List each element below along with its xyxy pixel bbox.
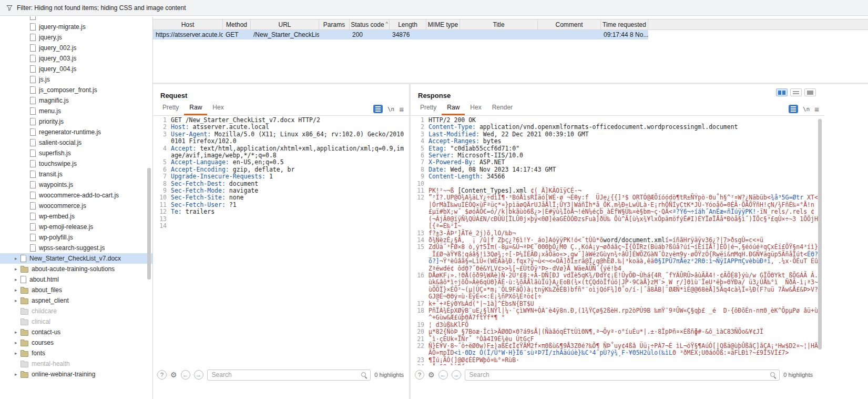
chevron-right-icon[interactable]: ▸	[15, 298, 21, 303]
column-header[interactable]: Method	[223, 19, 251, 29]
tree-item[interactable]: ▸online-webinar-training	[0, 369, 152, 380]
tree-item[interactable]: childcare	[0, 306, 152, 316]
search-field-wrap	[207, 370, 371, 381]
tree-item[interactable]: jquery_004.js	[0, 64, 152, 74]
line-number: 6	[156, 166, 171, 173]
tab-render[interactable]: Render	[487, 102, 518, 115]
next-match-button[interactable]: →	[194, 370, 203, 380]
tree-item[interactable]: waypoints.js	[0, 179, 152, 190]
search-icon	[770, 372, 775, 377]
tree-item[interactable]: wp-embed.js	[0, 211, 152, 222]
tree-item[interactable]: clinical	[0, 316, 152, 327]
code-line: 22Ñ}É¥V·8~˝ö÷ëØΘw)F±)aßÉ¢Ï¢ŸÄM2f×πΘßù&¶9…	[414, 343, 820, 357]
chevron-right-icon[interactable]: ▸	[15, 267, 21, 272]
tree-item[interactable]: jquery.js	[0, 32, 152, 43]
filter-bar[interactable]: Filter: Hiding not found items; hiding C…	[0, 0, 868, 16]
prev-match-button[interactable]: ←	[438, 370, 448, 380]
code-line: 4Accept-Ranges: bytes	[414, 138, 820, 145]
column-header[interactable]: MIME type	[426, 19, 460, 29]
chevron-right-icon[interactable]: ▸	[15, 277, 21, 282]
tree-item[interactable]: ▸about-acute-training-solutions	[0, 264, 152, 274]
tree-item[interactable]: jquery-migrate.js	[0, 22, 152, 32]
tree-item[interactable]: mental-health	[0, 358, 152, 369]
tab-hex[interactable]: Hex	[207, 102, 229, 115]
column-header[interactable]: Length	[390, 19, 426, 29]
file-icon	[30, 213, 36, 220]
editor-menu-icon[interactable]: ≡	[814, 105, 819, 113]
help-icon[interactable]: ?	[157, 370, 167, 380]
editor-menu-icon[interactable]: ≡	[399, 105, 404, 113]
chevron-right-icon[interactable]: ▸	[15, 256, 21, 261]
chevron-right-icon[interactable]: ▸	[15, 288, 21, 293]
gear-icon[interactable]: ⚙	[428, 371, 435, 378]
chevron-right-icon[interactable]: ▸	[15, 351, 21, 356]
tree-item[interactable]: priority.js	[0, 116, 152, 127]
column-header[interactable]: Host	[153, 19, 223, 29]
next-match-button[interactable]: →	[452, 370, 461, 380]
tree-scrollbar[interactable]	[147, 168, 151, 280]
gear-icon[interactable]: ⚙	[170, 371, 177, 378]
site-map-tree[interactable]: jquery-migrate.jsjquery.jsjquery_002.jsj…	[0, 16, 153, 399]
tab-hex[interactable]: Hex	[465, 102, 486, 115]
chevron-right-icon[interactable]: ▸	[15, 330, 21, 335]
chevron-right-icon[interactable]: ▸	[15, 372, 21, 377]
wrap-lines-icon[interactable]	[373, 105, 383, 113]
layout-columns-button[interactable]	[776, 88, 788, 96]
tree-item[interactable]: ▸fonts	[0, 348, 152, 358]
column-header[interactable]: Comment	[538, 19, 601, 29]
column-header[interactable]: Title	[460, 19, 538, 29]
nonprintable-toggle-icon[interactable]: \n	[803, 106, 810, 113]
request-panel: Request PrettyRawHex \n ≡ 1GET /New_Star…	[153, 84, 409, 399]
column-header[interactable]: URL	[251, 19, 319, 29]
nonprintable-toggle-icon[interactable]: \n	[387, 106, 394, 113]
tree-item[interactable]: menu.js	[0, 106, 152, 116]
chevron-right-icon[interactable]: ▸	[15, 341, 21, 345]
tab-raw[interactable]: Raw	[442, 102, 465, 115]
tab-raw[interactable]: Raw	[184, 102, 207, 115]
tree-item[interactable]: ▸contact-us	[0, 327, 152, 337]
tree-item[interactable]: ▸about.html	[0, 274, 152, 285]
tree-item[interactable]: ▸about_files	[0, 285, 152, 295]
response-scrollbar[interactable]	[818, 119, 822, 350]
tree-item[interactable]: wp-polyfill.js	[0, 232, 152, 243]
layout-single-button[interactable]	[804, 88, 816, 96]
tab-pretty[interactable]: Pretty	[157, 102, 184, 115]
tree-item[interactable]: ▸aspnet_client	[0, 295, 152, 306]
tree-item[interactable]: woocommerce.js	[0, 201, 152, 211]
tree-item[interactable]: salient-social.js	[0, 137, 152, 148]
response-search-input[interactable]	[465, 370, 780, 381]
tree-item[interactable]: jquery_003.js	[0, 53, 152, 64]
file-icon	[21, 255, 26, 262]
help-icon[interactable]: ?	[415, 370, 424, 380]
tree-item[interactable]: regenerator-runtime.js	[0, 127, 152, 137]
tree-item[interactable]: wpss-search-suggest.js	[0, 243, 152, 253]
column-header[interactable]: Params	[319, 19, 350, 29]
tree-list: jquery-migrate.jsjquery.jsjquery_002.jsj…	[0, 16, 152, 380]
column-header[interactable]: Status code^	[350, 19, 390, 29]
tree-item[interactable]: touchswipe.js	[0, 158, 152, 169]
tree-item[interactable]: transit.js	[0, 169, 152, 179]
request-editor[interactable]: 1GET /New_Starter_CheckList_v7.docx HTTP…	[156, 117, 405, 365]
tab-pretty[interactable]: Pretty	[415, 102, 442, 115]
wrap-lines-icon[interactable]	[789, 105, 798, 113]
tree-item[interactable]: ▸courses	[0, 337, 152, 348]
tree-item[interactable]: js.js	[0, 74, 152, 85]
response-editor[interactable]: 1HTTP/2 200 OK2Content-Type: application…	[414, 117, 820, 365]
request-search-input[interactable]	[207, 370, 371, 381]
tree-item[interactable]: superfish.js	[0, 148, 152, 158]
tree-item[interactable]: woocommerce-add-to-cart.js	[0, 190, 152, 201]
tree-item-label: js_composer_front.js	[39, 86, 97, 94]
tree-item[interactable]	[0, 16, 152, 22]
tree-item[interactable]: wp-emoji-release.js	[0, 222, 152, 232]
column-header[interactable]: Time requested	[601, 19, 648, 29]
layout-rows-button[interactable]	[790, 88, 802, 96]
search-icon	[361, 372, 366, 377]
tree-item[interactable]: jquery_002.js	[0, 43, 152, 53]
tree-item[interactable]: ▸New_Starter_CheckList_v7.docx	[0, 253, 152, 264]
history-cell: 34876	[390, 30, 426, 39]
tree-item[interactable]: js_composer_front.js	[0, 85, 152, 95]
response-tabs: PrettyRawHexRender	[415, 102, 518, 115]
tree-item[interactable]: magnific.js	[0, 95, 152, 106]
history-row[interactable]: https://atsserver.acute.lo...GET/New_Sta…	[153, 30, 648, 39]
prev-match-button[interactable]: ←	[181, 370, 190, 380]
